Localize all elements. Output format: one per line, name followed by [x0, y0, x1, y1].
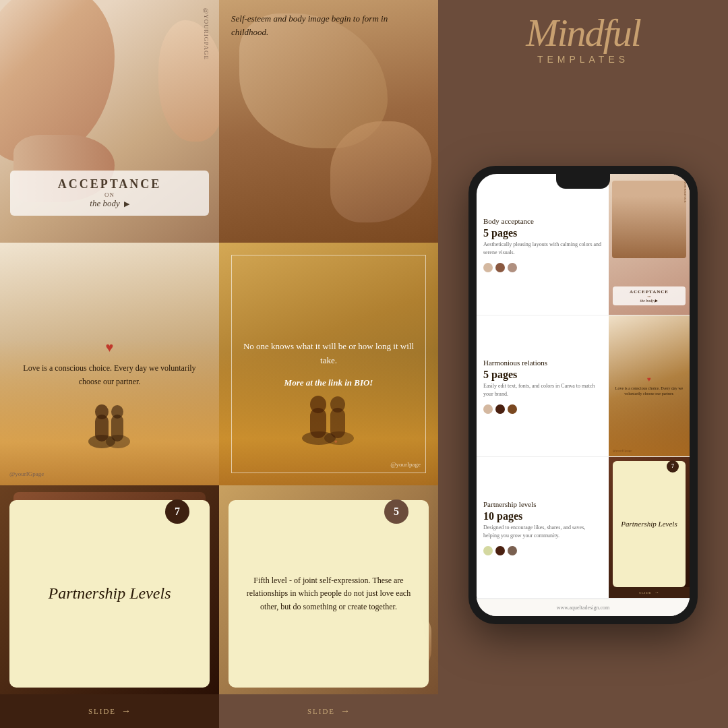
hr-image: ♥ Love is a conscious choice. Every day … — [609, 315, 690, 456]
mini-acc-title: ACCEPTANCE — [617, 289, 681, 295]
dot-1 — [483, 263, 493, 272]
mini-pl-num: 7 — [667, 460, 679, 473]
pl-dots — [483, 546, 602, 555]
phone-wrapper: Body acceptance 5 pages Aesthetically pl… — [452, 75, 715, 715]
mini-love-card: ♥ Love is a conscious choice. Every day … — [609, 315, 690, 456]
pl-pages: 10 pages — [483, 510, 602, 522]
phone-section-partnership: Partnership levels 10 pages Designed to … — [477, 457, 690, 599]
dot-h2 — [495, 404, 505, 414]
tile6-slide-arrow: → — [340, 706, 350, 717]
tile6-footer: SLIDE → — [219, 694, 438, 728]
mini-heart-icon: ♥ — [647, 375, 651, 383]
phone-mockup: Body acceptance 5 pages Aesthetically pl… — [468, 166, 698, 624]
pl-image: 7 Partnership Levels SLIDE → — [609, 457, 690, 598]
ba-title: Body acceptance — [483, 216, 602, 226]
tile3-handle: @yourIGpage — [9, 471, 44, 477]
mini-handle: @YOURIGPAGE — [684, 178, 687, 203]
mini-pl-inner: 7 Partnership Levels — [613, 461, 686, 587]
tile5-footer: SLIDE → — [0, 694, 219, 728]
brand-header: Mindful TEMPLATES — [452, 13, 715, 65]
dot-p3 — [508, 546, 517, 555]
mini-acc-box: ACCEPTANCE on the body ▶ — [613, 286, 686, 305]
dot-h1 — [483, 404, 493, 414]
tile6-number: 5 — [384, 499, 408, 524]
harmonious-text: Harmonious relations 5 pages Easily edit… — [477, 315, 609, 456]
the-body-text: the body — [90, 198, 119, 209]
tile6-slide-label: SLIDE — [307, 707, 335, 715]
phone-section-body: Body acceptance 5 pages Aesthetically pl… — [477, 174, 690, 315]
dot-3 — [508, 263, 517, 272]
dot-h3 — [508, 404, 517, 414]
body-acceptance-text: Body acceptance 5 pages Aesthetically pl… — [477, 174, 609, 315]
tile5-slide-arrow: → — [121, 706, 131, 717]
tile4-text: No one knows what it will be or how long… — [239, 340, 418, 368]
tile5-slide-label: SLIDE — [88, 707, 116, 715]
right-panel: Mindful TEMPLATES Body acceptance 5 page… — [438, 0, 728, 728]
hr-title: Harmonious relations — [483, 358, 602, 367]
mini-pl-title: Partnership Levels — [621, 519, 677, 528]
tile6-text: Fifth level - of joint self-expression. … — [239, 574, 418, 613]
ba-pages: 5 pages — [483, 227, 602, 239]
acceptance-title: ACCEPTANCE — [20, 177, 200, 191]
tile-self-esteem: Self-esteem and body image begin to form… — [219, 0, 438, 243]
partnership-card: 7 Partnership Levels — [9, 500, 210, 688]
partnership-text: Partnership levels 10 pages Designed to … — [477, 457, 609, 598]
tile2-quote: Self-esteem and body image begin to form… — [231, 12, 426, 38]
phone-content: Body acceptance 5 pages Aesthetically pl… — [477, 174, 690, 599]
mini-acceptance-card: @YOURIGPAGE ACCEPTANCE on the body ▶ — [609, 174, 690, 315]
dot-p1 — [483, 546, 493, 555]
tile-fifth-level: 5 Fifth level - of joint self-expression… — [219, 485, 438, 728]
phone-notch — [556, 174, 610, 189]
main-container: @YOURIGPAGE ACCEPTANCE ON the body ▶ Sel… — [0, 0, 728, 728]
dot-p2 — [495, 546, 505, 555]
tile-partnership: 7 Partnership Levels SLIDE → — [0, 485, 219, 728]
mini-partnership-card: 7 Partnership Levels SLIDE → — [609, 457, 690, 598]
phone-screen: Body acceptance 5 pages Aesthetically pl… — [477, 174, 690, 616]
mini-pl-slide-arrow: → — [655, 590, 659, 595]
ba-desc: Aesthetically pleasing layouts with calm… — [483, 241, 602, 255]
pl-desc: Designed to encourage likes, shares, and… — [483, 524, 602, 539]
tile4-handle: @yourIpage — [390, 461, 421, 468]
tile-acceptance: @YOURIGPAGE ACCEPTANCE ON the body ▶ — [0, 0, 219, 243]
tile5-title: Partnership Levels — [49, 583, 171, 604]
website-text: www.aqueltadesign.com — [557, 605, 610, 611]
mini-pl-slide-text: SLIDE — [639, 591, 652, 595]
hr-desc: Easily edit text, fonts, and colors in C… — [483, 382, 602, 397]
acceptance-on: ON — [20, 191, 200, 198]
hr-pages: 5 pages — [483, 369, 602, 381]
brand-subtitle: TEMPLATES — [452, 54, 715, 65]
pl-title: Partnership levels — [483, 499, 602, 509]
phone-footer: www.aqueltadesign.com — [477, 599, 690, 616]
mini-love-handle: @yourIGpage — [613, 449, 632, 452]
dot-2 — [495, 263, 505, 272]
ba-dots — [483, 263, 602, 272]
brand-title: Mindful — [452, 13, 715, 53]
hr-dots — [483, 404, 602, 414]
fifth-level-card: 5 Fifth level - of joint self-expression… — [229, 500, 429, 688]
tile1-handle: @YOURIGPAGE — [203, 8, 210, 60]
tile4-link: More at the link in BIO! — [284, 377, 373, 388]
left-grid: @YOURIGPAGE ACCEPTANCE ON the body ▶ Sel… — [0, 0, 438, 728]
tile5-number: 7 — [165, 499, 189, 524]
mini-pl-slide: SLIDE → — [609, 587, 690, 598]
acceptance-box: ACCEPTANCE ON the body ▶ — [10, 171, 209, 216]
ba-image: @YOURIGPAGE ACCEPTANCE on the body ▶ — [609, 174, 690, 315]
phone-section-harmonious: Harmonious relations 5 pages Easily edit… — [477, 315, 690, 457]
tile-noone: ♥ No one knows what it will be or how lo… — [219, 243, 438, 485]
heart-icon: ♥ — [106, 340, 114, 355]
tile-love: ♥ Love is a conscious choice. Every day … — [0, 243, 219, 485]
tile1-arrow: ▶ — [124, 200, 129, 208]
love-text: Love is a conscious choice. Every day we… — [13, 362, 206, 388]
mini-acc-sub: the body ▶ — [617, 298, 681, 303]
